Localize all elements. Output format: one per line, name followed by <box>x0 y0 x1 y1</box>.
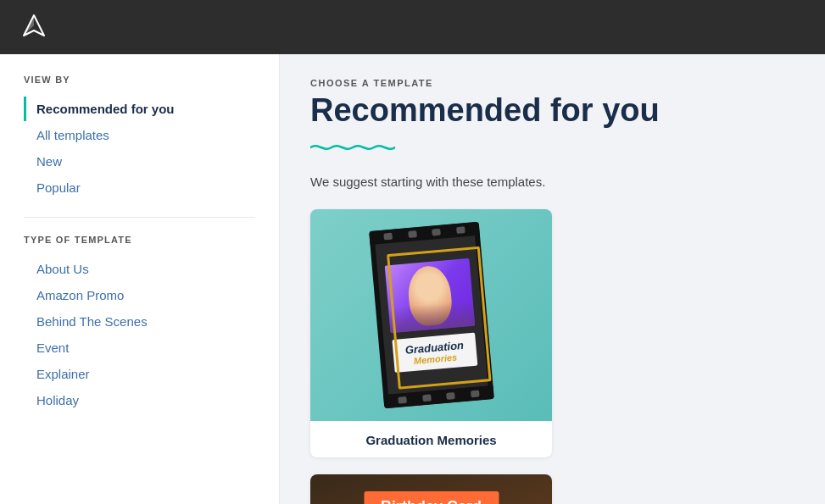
card-graduation-image: Graduation Memories <box>310 209 552 421</box>
sidebar-item-recommended[interactable]: Recommended for you <box>24 97 255 121</box>
sidebar-item-holiday[interactable]: Holiday <box>24 388 255 413</box>
sidebar-item-event[interactable]: Event <box>24 335 255 360</box>
view-by-label: VIEW BY <box>24 75 255 85</box>
birthday-scene: Birthday Card <box>310 474 552 504</box>
card-birthday-image: Birthday Card <box>310 474 552 504</box>
sidebar-item-behind-scenes[interactable]: Behind The Scenes <box>24 309 255 334</box>
logo[interactable] <box>17 10 51 44</box>
sidebar-item-all-templates[interactable]: All templates <box>24 123 255 147</box>
sidebar-divider <box>24 217 255 218</box>
sidebar-item-amazon-promo[interactable]: Amazon Promo <box>24 283 255 307</box>
choose-template-label: CHOOSE A TEMPLATE <box>310 78 794 88</box>
page-title: Recommended for you <box>310 93 794 129</box>
sidebar-item-about-us[interactable]: About Us <box>24 257 255 281</box>
sidebar: VIEW BY Recommended for you All template… <box>0 54 280 504</box>
view-by-nav: Recommended for you All templates New Po… <box>24 97 255 200</box>
cards-grid: Graduation Memories <box>310 209 794 504</box>
card-graduation-title: Graduation Memories <box>310 421 552 457</box>
subtitle: We suggest starting with these templates… <box>310 174 794 189</box>
birthday-badge: Birthday Card <box>364 491 499 504</box>
content-panel: CHOOSE A TEMPLATE Recommended for you We… <box>280 54 825 504</box>
type-nav: About Us Amazon Promo Behind The Scenes … <box>24 257 255 413</box>
card-birthday[interactable]: Birthday Card <box>310 474 552 504</box>
main-area: VIEW BY Recommended for you All template… <box>0 54 825 504</box>
sidebar-item-new[interactable]: New <box>24 149 255 174</box>
card-graduation-memories[interactable]: Graduation Memories <box>310 209 552 457</box>
film-strip: Graduation Memories <box>369 222 494 409</box>
sidebar-item-popular[interactable]: Popular <box>24 175 255 200</box>
type-of-template-label: TYPE OF TEMPLATE <box>24 235 255 245</box>
sidebar-item-explainer[interactable]: Explainer <box>24 362 255 386</box>
wave-decoration <box>310 139 794 159</box>
top-bar <box>0 0 825 54</box>
